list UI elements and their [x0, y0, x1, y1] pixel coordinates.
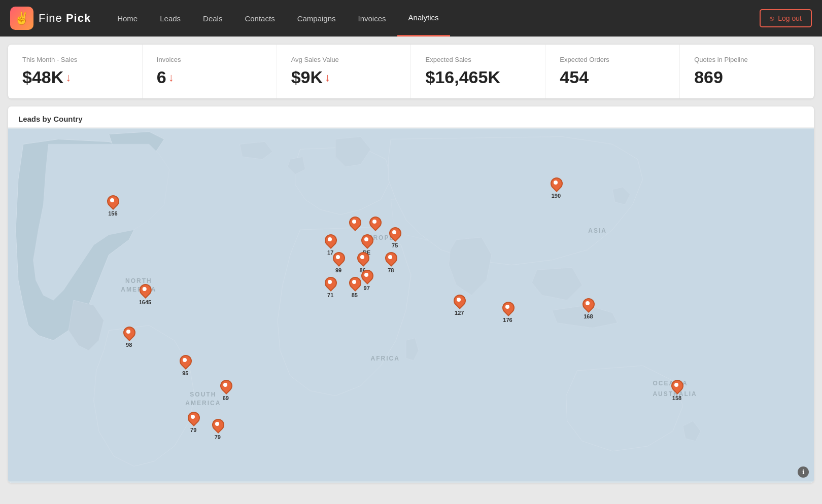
- pin-group-176[interactable]: 176: [502, 302, 513, 323]
- pin-label-1645: 1645: [139, 299, 151, 305]
- stat-label-quotes-pipeline: Quotes in Pipeline: [694, 56, 800, 63]
- pin-label-127: 127: [455, 310, 464, 316]
- stat-value-avg-sales: $9K↓: [291, 67, 397, 87]
- pin-group-78[interactable]: 78: [385, 252, 396, 273]
- down-arrow-sales: ↓: [65, 72, 71, 83]
- pin-group-190[interactable]: 190: [551, 177, 562, 199]
- map-pin-17: [325, 234, 336, 248]
- stat-this-month-sales: This Month - Sales $48K↓: [8, 45, 143, 98]
- map-pin-127: [454, 295, 465, 309]
- pin-label-79a: 79: [190, 427, 196, 433]
- pin-label-156: 156: [108, 210, 117, 217]
- stat-value-invoices: 6↓: [157, 67, 262, 87]
- logo-icon: ✌: [10, 7, 33, 30]
- map-pin-pe: [361, 234, 372, 248]
- stats-row: This Month - Sales $48K↓ Invoices 6↓ Avg…: [8, 45, 814, 98]
- pin-group-99[interactable]: 99: [333, 252, 344, 273]
- pin-group-69[interactable]: 69: [220, 380, 231, 401]
- pin-label-85: 85: [352, 292, 358, 298]
- nav-deals[interactable]: Deals: [192, 0, 233, 37]
- map-pin-97: [361, 270, 372, 284]
- pin-label-99: 99: [335, 267, 341, 273]
- pin-group-1645[interactable]: 1645: [139, 284, 151, 305]
- map-pin-1645: [140, 284, 151, 298]
- world-map-svg: [8, 128, 814, 483]
- pin-label-176: 176: [503, 317, 512, 323]
- logout-icon: ⎋: [770, 14, 774, 22]
- info-button[interactable]: ℹ: [798, 466, 809, 478]
- pin-label-158: 158: [672, 395, 681, 401]
- logo[interactable]: ✌ Fine Pick: [10, 7, 91, 30]
- map-pin-158: [671, 380, 682, 394]
- pin-group-eu2[interactable]: [369, 217, 381, 231]
- pin-group-127[interactable]: 127: [454, 295, 465, 316]
- pin-label-79b: 79: [215, 434, 221, 440]
- pin-group-95[interactable]: 95: [180, 355, 191, 376]
- map-pin-79a: [188, 412, 199, 426]
- map-pin-eu2: [369, 217, 381, 231]
- stat-label-avg-sales: Avg Sales Value: [291, 56, 397, 63]
- map-pin-86: [357, 252, 368, 266]
- map-section: Leads by Country: [8, 106, 814, 483]
- stat-expected-orders: Expected Orders 454: [545, 45, 680, 98]
- stat-label-expected-orders: Expected Orders: [560, 56, 665, 63]
- stat-value-expected-orders: 454: [560, 67, 665, 87]
- nav-analytics[interactable]: Analytics: [397, 0, 450, 37]
- map-pin-176: [502, 302, 513, 316]
- nav-home[interactable]: Home: [106, 0, 149, 37]
- stat-avg-sales: Avg Sales Value $9K↓: [277, 45, 412, 98]
- stat-value-sales: $48K↓: [22, 67, 128, 87]
- pin-group-eu1[interactable]: [349, 217, 360, 231]
- pin-label-69: 69: [223, 395, 229, 401]
- down-arrow-avg-sales: ↓: [325, 72, 330, 83]
- stat-value-quotes-pipeline: 869: [694, 67, 800, 87]
- map-pin-168: [583, 298, 594, 312]
- map-pin-98: [123, 327, 134, 341]
- nav-invoices[interactable]: Invoices: [347, 0, 397, 37]
- map-pin-190: [551, 177, 562, 192]
- map-pin-69: [220, 380, 231, 394]
- stat-label-expected-sales: Expected Sales: [425, 56, 531, 63]
- pin-group-98[interactable]: 98: [123, 327, 134, 348]
- navbar: ✌ Fine Pick Home Leads Deals Contacts Ca…: [0, 0, 822, 37]
- logout-button[interactable]: ⎋ Log out: [760, 9, 812, 27]
- pin-label-71: 71: [327, 292, 333, 298]
- stat-quotes-pipeline: Quotes in Pipeline 869: [680, 45, 814, 98]
- map-pin-95: [180, 355, 191, 369]
- map-pin-eu1: [349, 217, 360, 231]
- pin-group-71[interactable]: 71: [325, 277, 336, 298]
- pin-group-75[interactable]: 75: [389, 227, 400, 248]
- map-pin-75: [389, 227, 400, 241]
- pin-label-168: 168: [584, 313, 593, 319]
- map-pin-78: [385, 252, 396, 266]
- map-pin-99: [333, 252, 344, 266]
- pin-group-158[interactable]: 158: [671, 380, 682, 401]
- nav-campaigns[interactable]: Campaigns: [286, 0, 347, 37]
- map-title: Leads by Country: [8, 106, 814, 128]
- pin-group-168[interactable]: 168: [583, 298, 594, 319]
- stat-invoices: Invoices 6↓: [143, 45, 277, 98]
- map-pin-71: [325, 277, 336, 291]
- nav-leads[interactable]: Leads: [149, 0, 192, 37]
- stat-expected-sales: Expected Sales $16,465K: [411, 45, 545, 98]
- stat-value-expected-sales: $16,465K: [425, 67, 531, 87]
- nav-links: Home Leads Deals Contacts Campaigns Invo…: [106, 0, 760, 37]
- nav-contacts[interactable]: Contacts: [233, 0, 286, 37]
- pin-group-97[interactable]: 97: [361, 270, 372, 291]
- map-pin-85: [349, 277, 360, 291]
- down-arrow-invoices: ↓: [168, 72, 174, 83]
- pin-group-79b[interactable]: 79: [212, 419, 223, 440]
- pin-label-95: 95: [182, 370, 188, 376]
- pin-group-79a[interactable]: 79: [188, 412, 199, 433]
- map-pin-156: [107, 195, 118, 209]
- pin-label-97: 97: [364, 285, 370, 291]
- stat-label-sales: This Month - Sales: [22, 56, 128, 63]
- pin-group-85[interactable]: 85: [349, 277, 360, 298]
- logo-text: Fine Pick: [39, 12, 91, 25]
- pin-group-156[interactable]: 156: [107, 195, 118, 217]
- stat-label-invoices: Invoices: [157, 56, 262, 63]
- pin-label-75: 75: [392, 242, 398, 248]
- pin-label-78: 78: [388, 267, 394, 273]
- pin-label-190: 190: [552, 193, 561, 199]
- pin-label-98: 98: [126, 342, 132, 348]
